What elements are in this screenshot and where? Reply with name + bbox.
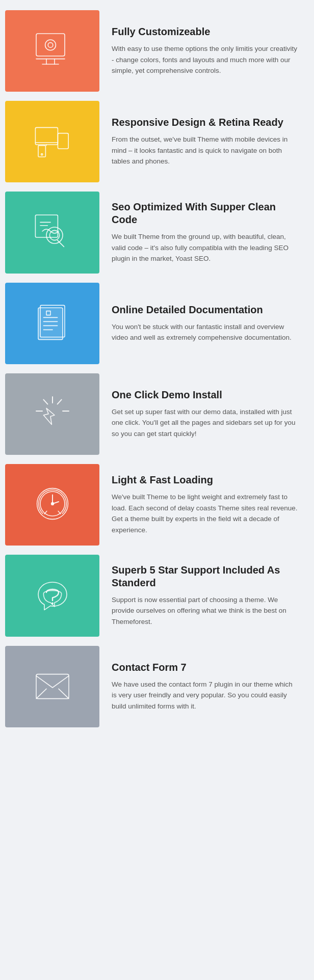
feature-title-seo-optimized: Seo Optimized With Supper Clean Code <box>112 201 299 226</box>
svg-line-40 <box>59 689 69 698</box>
svg-point-5 <box>45 40 56 50</box>
fast-icon <box>32 483 73 526</box>
customizeable-icon <box>32 30 73 72</box>
feature-content-documentation: Online Detailed Documentation You won't … <box>99 283 309 364</box>
feature-title-fully-customizeable: Fully Customizeable <box>112 25 299 38</box>
svg-point-34 <box>50 502 54 505</box>
feature-desc-fast-loading: We've built Theme to be light weight and… <box>112 492 299 535</box>
feature-icon-box-fast-loading <box>5 464 99 546</box>
feature-icon-box-fully-customizeable <box>5 10 99 92</box>
feature-desc-contact-form: We have used the contact form 7 plugin i… <box>112 679 299 712</box>
svg-rect-38 <box>36 674 69 698</box>
svg-rect-7 <box>35 127 58 145</box>
feature-content-responsive-design: Responsive Design & Retina Ready From th… <box>99 101 309 182</box>
seo-icon <box>32 211 73 254</box>
svg-line-26 <box>57 399 61 404</box>
demo-icon <box>32 393 73 435</box>
feature-item-fast-loading: Light & Fast Loading We've built Theme t… <box>5 464 309 546</box>
svg-rect-0 <box>36 34 65 56</box>
feature-item-responsive-design: Responsive Design & Retina Ready From th… <box>5 101 309 182</box>
feature-desc-support: Support is now essential part of choosin… <box>112 594 299 628</box>
feature-desc-documentation: You won't be stuck with our fantastic in… <box>112 321 299 343</box>
feature-desc-seo-optimized: We built Theme from the ground up, with … <box>112 231 299 264</box>
feature-icon-box-responsive-design <box>5 101 99 182</box>
svg-line-39 <box>36 689 46 698</box>
feature-desc-responsive-design: From the outset, we've built Theme with … <box>112 134 299 167</box>
svg-line-27 <box>43 399 47 404</box>
feature-item-fully-customizeable: Fully Customizeable With easy to use the… <box>5 10 309 92</box>
feature-icon-box-documentation <box>5 283 99 364</box>
svg-point-6 <box>48 43 53 48</box>
feature-icon-box-demo-install <box>5 373 99 455</box>
feature-title-support: Superb 5 Star Support Included As Stande… <box>112 564 299 589</box>
feature-content-fully-customizeable: Fully Customizeable With easy to use the… <box>99 10 309 92</box>
feature-content-demo-install: One Click Demo Install Get set up super … <box>99 373 309 455</box>
feature-content-seo-optimized: Seo Optimized With Supper Clean Code We … <box>99 192 309 274</box>
feature-title-contact-form: Contact Form 7 <box>112 661 299 674</box>
feature-item-seo-optimized: Seo Optimized With Supper Clean Code We … <box>5 192 309 274</box>
feature-title-fast-loading: Light & Fast Loading <box>112 474 299 486</box>
feature-icon-box-support <box>5 555 99 637</box>
feature-list: Fully Customizeable With easy to use the… <box>0 0 314 738</box>
feature-icon-box-contact-form <box>5 646 99 727</box>
contact-icon <box>32 665 73 708</box>
support-icon <box>32 574 73 617</box>
feature-title-documentation: Online Detailed Documentation <box>112 304 299 316</box>
feature-desc-demo-install: Get set up super fast with our demo data… <box>112 406 299 440</box>
feature-title-responsive-design: Responsive Design & Retina Ready <box>112 116 299 129</box>
responsive-icon <box>32 120 73 163</box>
feature-desc-fully-customizeable: With easy to use theme options the only … <box>112 43 299 76</box>
feature-item-demo-install: One Click Demo Install Get set up super … <box>5 373 309 455</box>
feature-title-demo-install: One Click Demo Install <box>112 389 299 401</box>
feature-item-contact-form: Contact Form 7 We have used the contact … <box>5 646 309 727</box>
feature-content-support: Superb 5 Star Support Included As Stande… <box>99 555 309 637</box>
feature-icon-box-seo-optimized <box>5 192 99 274</box>
svg-point-12 <box>41 154 42 155</box>
feature-item-support: Superb 5 Star Support Included As Stande… <box>5 555 309 637</box>
feature-item-documentation: Online Detailed Documentation You won't … <box>5 283 309 364</box>
docs-icon <box>32 302 73 345</box>
feature-content-fast-loading: Light & Fast Loading We've built Theme t… <box>99 464 309 546</box>
svg-rect-8 <box>58 133 68 149</box>
feature-content-contact-form: Contact Form 7 We have used the contact … <box>99 646 309 727</box>
